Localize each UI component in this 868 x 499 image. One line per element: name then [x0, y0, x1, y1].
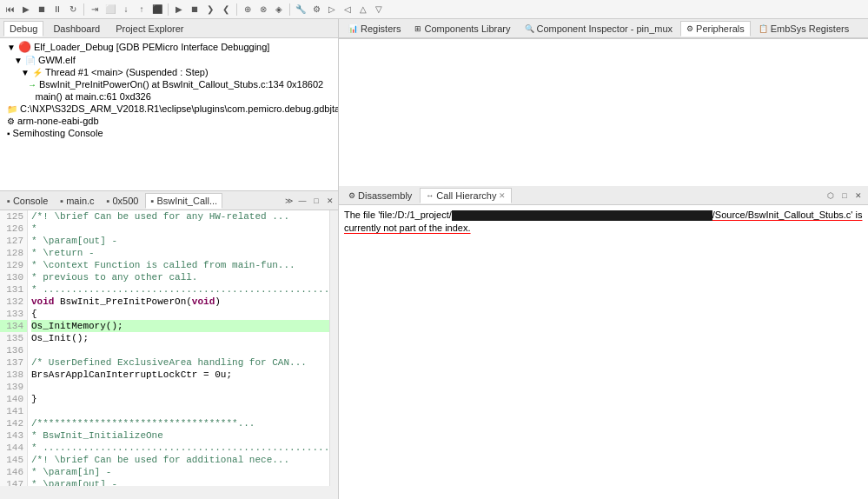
tab-disassembly[interactable]: ⚙ Disassembly	[342, 188, 418, 203]
code-line-141	[31, 405, 329, 417]
console-icon: ▪	[7, 129, 10, 138]
toolbar-icon-15[interactable]: ⊕	[241, 3, 255, 17]
toolbar-icon-14[interactable]: ❮	[219, 3, 233, 17]
line-num-128: 128	[0, 247, 27, 259]
tree-label-nxp-path: C:\NXP\S32DS_ARM_V2018.R1\eclipse\plugin…	[20, 103, 338, 114]
disassembly-tab-label: Disassembly	[358, 190, 412, 201]
toolbar-sep-3	[236, 3, 237, 16]
code-line-129: * \context Function is called from main-…	[31, 259, 329, 271]
tree-label-gwm-elf: GWM.elf	[38, 55, 76, 65]
right-top-tab-bar: 📊 Registers ⊞ Components Library 🔍 Compo…	[339, 19, 868, 38]
tab-call-hierarchy[interactable]: ↔ Call Hierarchy ✕	[420, 188, 512, 203]
tab-bswinit-call[interactable]: ▪ BswInit_Call...	[145, 193, 222, 209]
tree-item-elf-loader[interactable]: ▼ 🔴 Elf_Loader_Debug [GDB PEMicro Interf…	[0, 40, 338, 54]
tab-dashboard[interactable]: Dashboard	[47, 21, 106, 37]
left-bottom: ▪ Console ▪ main.c ▪ 0x500 ▪ BswInit_Cal…	[0, 190, 338, 486]
disassembly-action-1[interactable]: ⬡	[825, 190, 837, 202]
inspector-tab-icon: 🔍	[525, 24, 534, 33]
code-scrollbar[interactable]	[329, 210, 338, 486]
code-line-127: * \param[out] -	[31, 235, 329, 247]
call-hierarchy-tab-icon: ↔	[426, 191, 434, 200]
code-line-136	[31, 344, 329, 356]
tree-item-bswinit[interactable]: → BswInit_PreInitPowerOn() at BswInit_Ca…	[0, 78, 338, 90]
disassembly-action-close[interactable]: ✕	[852, 190, 865, 202]
tree-item-semihosting[interactable]: ▪ Semihosting Console	[0, 127, 338, 139]
tab-action-max[interactable]: □	[310, 195, 322, 207]
line-num-147: 147	[0, 478, 27, 486]
toolbar-icon-2[interactable]: ▶	[19, 3, 33, 17]
call-hierarchy-tab-x: ✕	[499, 191, 506, 200]
console-tab-icon: ▪	[7, 196, 10, 206]
toolbar-icon-18[interactable]: 🔧	[294, 3, 308, 17]
tab-project-explorer[interactable]: Project Explorer	[109, 21, 189, 37]
line-num-135: 135	[0, 332, 27, 344]
line-num-143: 143	[0, 429, 27, 442]
toolbar-icon-10[interactable]: ⬛	[150, 3, 164, 17]
disassembly-tab-bar: ⚙ Disassembly ↔ Call Hierarchy ✕ ⬡ □ ✕	[339, 186, 868, 205]
toolbar-icon-8[interactable]: ↓	[119, 3, 133, 17]
tab-action-min[interactable]: —	[296, 195, 308, 207]
debug-tab-bar: Debug Dashboard Project Explorer	[0, 19, 338, 38]
tab-registers[interactable]: 📊 Registers	[342, 21, 407, 37]
toolbar-icon-5[interactable]: ↻	[66, 3, 80, 17]
toolbar-icon-1[interactable]: ⏮	[3, 3, 17, 17]
toolbar-icon-3[interactable]: ⏹	[35, 3, 49, 17]
bswinit-tab-icon: ▪	[150, 196, 154, 206]
tree-item-gwm-elf[interactable]: ▼ 📄 GWM.elf	[0, 54, 338, 66]
tab-debug[interactable]: Debug	[3, 21, 43, 37]
tree-item-arm-gdb[interactable]: ⚙ arm-none-eabi-gdb	[0, 115, 338, 127]
console-tab-bar: ▪ Console ▪ main.c ▪ 0x500 ▪ BswInit_Cal…	[0, 191, 338, 210]
toolbar-icon-11[interactable]: ▶	[172, 3, 186, 17]
line-num-134: 134	[0, 320, 27, 332]
toolbar-icon-20[interactable]: ▷	[325, 3, 339, 17]
tab-action-menu[interactable]: ≫	[282, 195, 295, 207]
tab-components-library[interactable]: ⊞ Components Library	[408, 21, 516, 37]
registers-tab-label: Registers	[361, 23, 401, 34]
toolbar-icon-23[interactable]: ▽	[372, 3, 386, 17]
call-hierarchy-tab-label: Call Hierarchy	[436, 190, 496, 201]
tab-embsys[interactable]: 📋 EmbSys Registers	[752, 21, 855, 37]
tree-label-thread: Thread #1 <main> (Suspended : Step)	[45, 67, 209, 77]
toolbar-icon-7[interactable]: ⬜	[103, 3, 117, 17]
bswinit-tab-label: BswInit_Call...	[156, 196, 217, 206]
toolbar-icon-21[interactable]: ◁	[341, 3, 354, 17]
debug-icon-1: 🔴	[18, 41, 31, 53]
toolbar-icon-13[interactable]: ❯	[203, 3, 217, 17]
toolbar-icon-19[interactable]: ⚙	[309, 3, 323, 17]
code-line-132: void BswInit_PreInitPowerOn(void)	[31, 296, 329, 308]
tab-action-close[interactable]: ✕	[324, 195, 336, 207]
tab-mainc[interactable]: ▪ main.c	[55, 193, 99, 209]
tree-label-semihosting: Semihosting Console	[13, 128, 103, 138]
tab-0x500[interactable]: ▪ 0x500	[102, 193, 144, 209]
disassembly-message: The file 'file:/D:/1_project//Source/Bsw…	[344, 209, 863, 236]
disassembly-action-2[interactable]: □	[838, 190, 851, 202]
tab-console[interactable]: ▪ Console	[2, 193, 53, 209]
toolbar-icon-12[interactable]: ⏹	[188, 3, 202, 17]
arrow-icon-1: →	[28, 80, 36, 90]
tree-item-main[interactable]: main() at main.c:61 0xd326	[0, 90, 338, 103]
console-tab-label: Console	[13, 196, 48, 206]
toolbar-sep-4	[289, 3, 290, 16]
code-line-134: Os_InitMemory();	[31, 320, 329, 332]
gdb-icon: ⚙	[7, 116, 15, 126]
toolbar-icon-22[interactable]: △	[356, 3, 370, 17]
left-panel: Debug Dashboard Project Explorer ▼ 🔴 Elf…	[0, 19, 339, 499]
toolbar-icon-9[interactable]: ↑	[135, 3, 149, 17]
tree-item-thread[interactable]: ▼ ⚡ Thread #1 <main> (Suspended : Step)	[0, 66, 338, 78]
line-num-137: 137	[0, 356, 27, 369]
code-content[interactable]: /*! \brief Can be used for any HW-relate…	[28, 210, 329, 486]
toolbar-icon-16[interactable]: ⊗	[256, 3, 270, 17]
code-line-128: * \return -	[31, 247, 329, 259]
tab-component-inspector[interactable]: 🔍 Component Inspector - pin_mux	[519, 21, 679, 37]
tab-peripherals[interactable]: ⚙ Peripherals	[680, 21, 751, 37]
0x500-tab-icon: ▪	[107, 196, 110, 206]
line-num-131: 131	[0, 283, 27, 296]
code-line-131: * ......................................…	[31, 283, 329, 296]
tree-item-nxp-path[interactable]: 📁 C:\NXP\S32DS_ARM_V2018.R1\eclipse\plug…	[0, 103, 338, 115]
toolbar-icon-6[interactable]: ⇥	[88, 3, 102, 17]
main-layout: Debug Dashboard Project Explorer ▼ 🔴 Elf…	[0, 19, 868, 499]
line-num-145: 145	[0, 454, 27, 466]
toolbar-icon-4[interactable]: ⏸	[50, 3, 64, 17]
expand-icon-3: ▼	[21, 68, 30, 77]
toolbar-icon-17[interactable]: ◈	[272, 3, 286, 17]
